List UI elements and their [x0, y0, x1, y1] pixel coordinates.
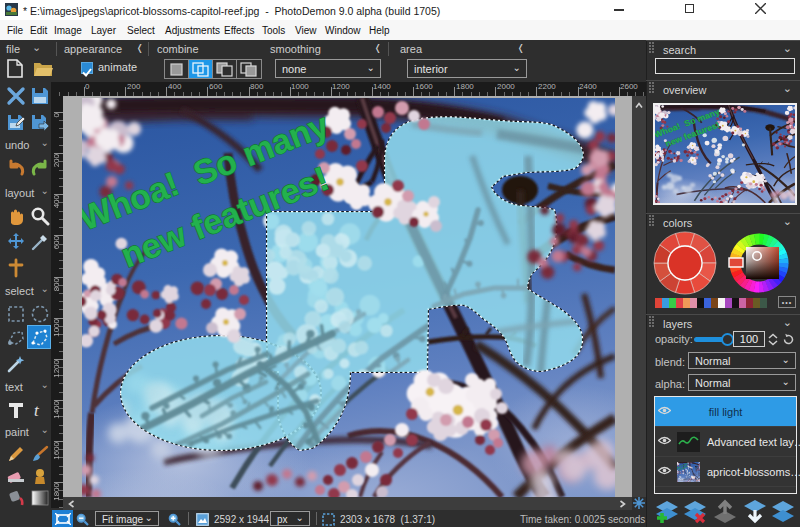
svg-text:t: t: [34, 401, 40, 420]
